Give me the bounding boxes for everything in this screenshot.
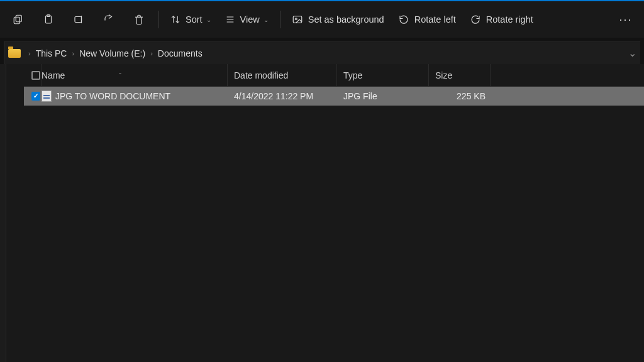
folder-icon <box>8 49 21 58</box>
rotate-right-label: Rotate right <box>486 14 533 25</box>
svg-point-6 <box>295 18 297 20</box>
paste-icon <box>43 14 54 25</box>
breadcrumb-segment[interactable]: Documents <box>155 47 205 60</box>
set-background-button[interactable]: Set as background <box>286 6 391 33</box>
rename-icon <box>73 14 84 25</box>
column-header-row: Name ˄ Date modified Type Size <box>24 64 644 87</box>
breadcrumb: › This PC › New Volume (E:) › Documents … <box>4 41 640 64</box>
sort-label: Sort <box>186 14 203 25</box>
svg-rect-1 <box>14 17 19 24</box>
select-all-checkbox[interactable] <box>24 64 42 86</box>
column-header-label: Size <box>435 70 452 80</box>
rotate-left-icon <box>398 14 409 25</box>
rotate-left-label: Rotate left <box>414 14 456 25</box>
file-date-cell: 4/14/2022 11:22 PM <box>228 91 337 101</box>
toolbar: Sort ⌄ View ⌄ Set as background Rotate l… <box>0 1 644 38</box>
more-button[interactable]: ··· <box>611 6 640 33</box>
more-icon: ··· <box>619 13 632 26</box>
svg-rect-4 <box>75 17 82 23</box>
sort-icon <box>170 14 180 25</box>
rename-button[interactable] <box>64 6 93 33</box>
breadcrumb-segment[interactable]: This PC <box>33 47 70 60</box>
toolbar-divider <box>280 11 280 28</box>
image-icon <box>292 14 303 25</box>
column-header-label: Name <box>42 70 65 80</box>
chevron-right-icon: › <box>28 50 31 57</box>
file-size-cell: 225 KB <box>429 91 491 101</box>
chevron-right-icon: › <box>150 50 153 57</box>
copy-icon <box>13 14 24 25</box>
view-label: View <box>240 14 260 25</box>
delete-button[interactable] <box>125 6 153 33</box>
sidebar-edge <box>0 64 6 362</box>
chevron-down-icon: ⌄ <box>264 16 269 23</box>
rotate-right-icon <box>470 14 481 25</box>
copy-button[interactable] <box>4 6 33 33</box>
column-header-type[interactable]: Type <box>337 64 429 86</box>
view-button[interactable]: View ⌄ <box>219 6 275 33</box>
share-button[interactable] <box>94 6 123 33</box>
file-name: JPG TO WORD DOCUMENT <box>55 91 170 101</box>
paste-button[interactable] <box>34 6 63 33</box>
breadcrumb-dropdown-icon[interactable]: ⌄ <box>628 47 636 59</box>
rotate-right-button[interactable]: Rotate right <box>464 6 540 33</box>
file-type-cell: JPG File <box>337 91 429 101</box>
breadcrumb-segment[interactable]: New Volume (E:) <box>77 47 148 60</box>
column-header-date[interactable]: Date modified <box>228 64 337 86</box>
rotate-left-button[interactable]: Rotate left <box>392 6 462 33</box>
column-header-label: Date modified <box>234 70 288 80</box>
content-area: Name ˄ Date modified Type Size JPG TO WO… <box>0 64 644 362</box>
file-list: Name ˄ Date modified Type Size JPG TO WO… <box>6 64 644 362</box>
column-header-size[interactable]: Size <box>429 64 491 86</box>
share-icon <box>103 14 114 25</box>
set-background-label: Set as background <box>308 14 384 25</box>
svg-rect-0 <box>16 15 21 22</box>
chevron-right-icon: › <box>72 50 74 57</box>
sort-button[interactable]: Sort ⌄ <box>164 6 218 33</box>
column-header-name[interactable]: Name ˄ <box>42 64 228 86</box>
file-name-cell: JPG TO WORD DOCUMENT <box>42 90 228 102</box>
sort-indicator-icon: ˄ <box>118 72 123 79</box>
column-header-label: Type <box>343 70 362 80</box>
jpg-file-icon <box>42 90 52 102</box>
chevron-down-icon: ⌄ <box>206 16 211 23</box>
toolbar-divider <box>158 11 159 28</box>
row-checkbox[interactable] <box>24 92 42 101</box>
file-row[interactable]: JPG TO WORD DOCUMENT 4/14/2022 11:22 PM … <box>24 87 644 106</box>
trash-icon <box>133 14 145 25</box>
view-icon <box>225 14 235 25</box>
